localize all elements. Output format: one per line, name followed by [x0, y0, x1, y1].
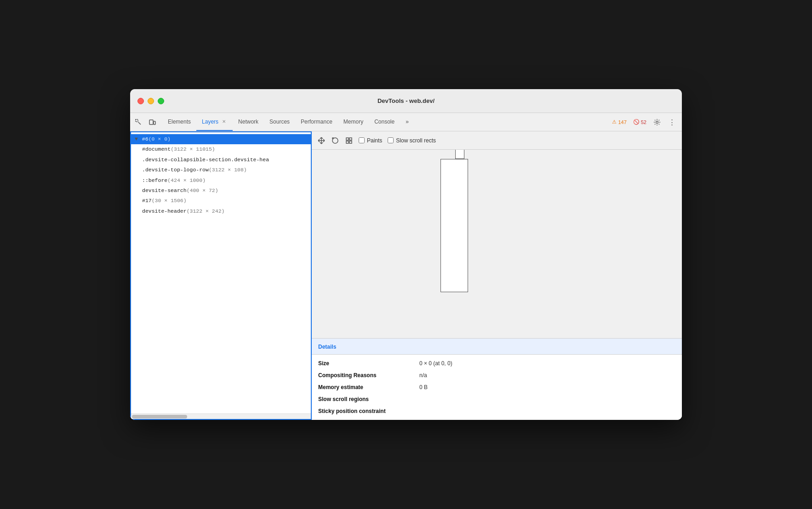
details-table: Size 0 × 0 (at 0, 0) Compositing Reasons… — [312, 355, 682, 420]
more-options-icon[interactable]: ⋮ — [665, 116, 678, 129]
layer-dims-top-logo: (3122 × 108) — [209, 167, 247, 173]
details-row-slow-scroll: Slow scroll regions — [312, 393, 682, 405]
svg-rect-0 — [136, 119, 138, 122]
page-tab-indicator — [455, 150, 464, 159]
tab-bar: Elements Layers ✕ Network Sources Perfor… — [130, 113, 682, 131]
tab-network[interactable]: Network — [233, 113, 264, 131]
layer-name-root: #6 — [142, 136, 149, 142]
layer-item-header[interactable]: devsite-header(3122 × 242) — [131, 206, 311, 216]
title-bar: DevTools - web.dev/ — [130, 89, 682, 113]
pan-icon[interactable] — [317, 136, 326, 145]
maximize-button[interactable] — [158, 98, 164, 104]
layer-name-devsite-section: .devsite-collapsible-section.devsite-hea — [142, 157, 269, 163]
layer-item-devsite-section[interactable]: .devsite-collapsible-section.devsite-hea — [131, 155, 311, 165]
close-button[interactable] — [137, 98, 144, 104]
tab-performance[interactable]: Performance — [295, 113, 338, 131]
layer-dims-root: (0 × 0) — [149, 136, 171, 142]
select-element-icon[interactable] — [132, 116, 145, 129]
details-key-memory: Memory estimate — [318, 383, 419, 391]
details-header: Details — [312, 339, 682, 355]
tab-console[interactable]: Console — [369, 113, 400, 131]
tab-layers[interactable]: Layers ✕ — [196, 113, 233, 131]
svg-rect-1 — [149, 120, 153, 124]
svg-rect-6 — [346, 141, 349, 143]
details-value-size: 0 × 0 (at 0, 0) — [419, 359, 452, 368]
scrollbar-thumb[interactable] — [132, 415, 187, 419]
layer-item-before[interactable]: ::before(424 × 1000) — [131, 175, 311, 186]
slow-scroll-checkbox[interactable] — [388, 137, 394, 143]
reset-icon[interactable] — [345, 136, 353, 145]
layers-panel: ▼ #6(0 × 0) #document(3122 × 11015) .dev… — [130, 131, 312, 420]
canvas-area — [312, 150, 682, 338]
tab-more[interactable]: » — [400, 113, 414, 131]
layer-dims-before: (424 × 1000) — [167, 177, 206, 183]
details-row-sticky: Sticky position constraint — [312, 405, 682, 417]
layer-dims-doc: (3122 × 11015) — [171, 146, 215, 152]
minimize-button[interactable] — [148, 98, 154, 104]
window-title: DevTools - web.dev/ — [377, 97, 435, 104]
right-panel: Paints Slow scroll rects Details — [312, 131, 682, 420]
page-wireframe — [440, 159, 468, 292]
warning-badge[interactable]: ⚠ 147 — [610, 118, 629, 126]
layer-item-root[interactable]: ▼ #6(0 × 0) — [131, 134, 311, 144]
layer-dims-header: (3122 × 242) — [187, 208, 225, 214]
tab-elements[interactable]: Elements — [162, 113, 196, 131]
tab-layers-close[interactable]: ✕ — [221, 119, 227, 125]
traffic-lights — [137, 98, 164, 104]
page-rect — [440, 159, 468, 292]
details-row-compositing: Compositing Reasons n/a — [312, 369, 682, 381]
rotate-icon[interactable] — [331, 136, 339, 145]
horizontal-scrollbar[interactable] — [131, 413, 311, 419]
main-content: ▼ #6(0 × 0) #document(3122 × 11015) .dev… — [130, 131, 682, 420]
details-value-memory: 0 B — [419, 383, 428, 391]
tab-memory[interactable]: Memory — [338, 113, 369, 131]
layer-item-search[interactable]: devsite-search(400 × 72) — [131, 186, 311, 196]
layer-item-top-logo[interactable]: .devsite-top-logo-row(3122 × 108) — [131, 165, 311, 175]
details-key-sticky: Sticky position constraint — [318, 407, 419, 415]
layers-tree[interactable]: ▼ #6(0 × 0) #document(3122 × 11015) .dev… — [131, 132, 311, 413]
layer-name-top-logo: .devsite-top-logo-row — [142, 167, 209, 173]
paints-checkbox[interactable] — [359, 137, 365, 143]
paints-checkbox-group[interactable]: Paints — [359, 137, 382, 144]
details-value-compositing: n/a — [419, 371, 427, 379]
error-icon: 🚫 — [633, 119, 640, 125]
toolbar-left-icons — [132, 113, 162, 131]
layer-name-17: #17 — [142, 198, 152, 204]
slow-scroll-checkbox-group[interactable]: Slow scroll rects — [388, 137, 436, 144]
devtools-window: DevTools - web.dev/ Elements — [130, 89, 682, 420]
layer-name-doc: #document — [142, 146, 171, 152]
toolbar-right: ⚠ 147 🚫 52 ⋮ — [608, 113, 680, 131]
paints-label: Paints — [367, 137, 382, 144]
layer-name-before: ::before — [142, 177, 167, 183]
details-row-size: Size 0 × 0 (at 0, 0) — [312, 357, 682, 369]
tree-arrow-root: ▼ — [135, 136, 138, 142]
settings-icon[interactable] — [651, 116, 663, 129]
tab-sources[interactable]: Sources — [264, 113, 295, 131]
layer-item-doc[interactable]: #document(3122 × 11015) — [131, 144, 311, 154]
warning-icon: ⚠ — [612, 119, 617, 125]
svg-rect-7 — [349, 141, 352, 143]
svg-rect-4 — [346, 138, 349, 140]
right-toolbar: Paints Slow scroll rects — [312, 131, 682, 150]
error-badge[interactable]: 🚫 52 — [631, 118, 649, 126]
layer-name-header: devsite-header — [142, 208, 187, 214]
details-key-compositing: Compositing Reasons — [318, 371, 419, 379]
svg-rect-2 — [154, 121, 155, 124]
details-header-text: Details — [318, 344, 336, 350]
svg-rect-5 — [349, 138, 352, 140]
details-row-memory: Memory estimate 0 B — [312, 381, 682, 393]
tab-list: Elements Layers ✕ Network Sources Perfor… — [162, 113, 608, 131]
svg-point-3 — [656, 121, 658, 123]
details-key-size: Size — [318, 359, 419, 368]
layer-item-17[interactable]: #17(30 × 1506) — [131, 196, 311, 206]
slow-scroll-label: Slow scroll rects — [396, 137, 436, 144]
layer-name-search: devsite-search — [142, 187, 187, 193]
device-toggle-icon[interactable] — [146, 116, 159, 129]
layer-dims-search: (400 × 72) — [187, 187, 218, 193]
details-panel: Details Size 0 × 0 (at 0, 0) Compositing… — [312, 338, 682, 420]
layer-dims-17: (30 × 1506) — [152, 198, 187, 204]
details-key-slow-scroll: Slow scroll regions — [318, 395, 419, 403]
